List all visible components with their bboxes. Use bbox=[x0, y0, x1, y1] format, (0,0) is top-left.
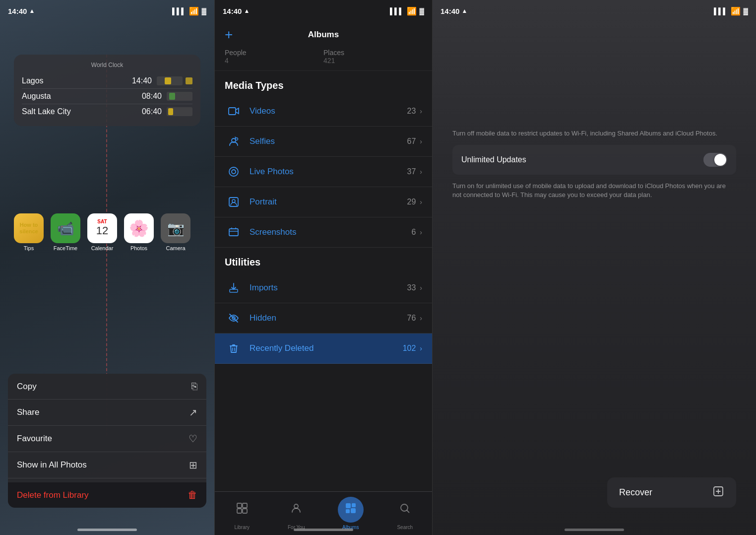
album-item-portrait[interactable]: Portrait 29 › bbox=[215, 187, 432, 217]
signal-icon: ▌▌▌ bbox=[172, 7, 186, 15]
people-row: People 4 Places 421 bbox=[215, 45, 432, 71]
city-lagos: Lagos bbox=[22, 76, 132, 85]
app-tips[interactable]: How tosilence Tips bbox=[14, 213, 44, 251]
svg-rect-15 bbox=[346, 503, 351, 508]
album-item-videos[interactable]: Videos 23 › bbox=[215, 96, 432, 127]
tab-library-wrap bbox=[229, 497, 255, 523]
facetime-icon: 📹 bbox=[51, 213, 80, 243]
app-photos[interactable]: 🌸 Photos bbox=[124, 213, 154, 251]
svg-rect-18 bbox=[351, 508, 356, 513]
tab-search-wrap bbox=[392, 497, 418, 523]
bar-fill-augusta bbox=[169, 93, 175, 100]
tab-library[interactable]: Library bbox=[215, 497, 269, 530]
location-icon-right: ▲ bbox=[461, 7, 467, 14]
unlimited-toggle[interactable] bbox=[703, 153, 727, 167]
menu-item-copy[interactable]: Copy ⎘ bbox=[8, 374, 206, 400]
svg-point-14 bbox=[294, 504, 298, 508]
settings-desc-1: Turn off mobile data to restrict updates… bbox=[452, 129, 736, 138]
settings-desc-2: Turn on for unlimited use of mobile data… bbox=[452, 182, 736, 200]
share-label: Share bbox=[17, 407, 189, 417]
battery-icon-r: ▓ bbox=[744, 7, 748, 15]
app-camera[interactable]: 📷 Camera bbox=[161, 213, 190, 251]
screenshots-icon bbox=[225, 223, 243, 241]
svg-rect-0 bbox=[229, 108, 236, 115]
svg-rect-13 bbox=[243, 509, 247, 513]
recover-icon bbox=[712, 485, 724, 500]
portrait-icon bbox=[225, 193, 243, 211]
unlimited-updates-row[interactable]: Unlimited Updates bbox=[452, 145, 736, 175]
svg-rect-11 bbox=[243, 503, 247, 508]
selfies-icon bbox=[225, 133, 243, 150]
context-menu: Copy ⎘ Share ↗ Favourite ♡ Show in All P… bbox=[8, 374, 206, 508]
trash-icon bbox=[225, 339, 243, 357]
time-lagos: 14:40 bbox=[132, 76, 152, 85]
utilities-heading: Utilities bbox=[215, 248, 432, 273]
time-left: 14:40 bbox=[8, 7, 27, 15]
svg-rect-17 bbox=[346, 509, 350, 513]
photos-icon: 🌸 bbox=[124, 213, 154, 243]
menu-item-show[interactable]: Show in All Photos ⊞ bbox=[8, 452, 206, 478]
panel-left: 14:40 ▲ ▌▌▌ 📶 ▓ World Clock Lagos 14:40 … bbox=[0, 0, 214, 535]
menu-item-favourite[interactable]: Favourite ♡ bbox=[8, 426, 206, 452]
tab-search[interactable]: Search bbox=[378, 497, 433, 530]
share-icon: ↗ bbox=[189, 406, 197, 418]
city-slc: Salt Lake City bbox=[22, 107, 142, 116]
status-icons-center: ▌▌▌ 📶 ▓ bbox=[390, 6, 424, 16]
time-right: 14:40 bbox=[441, 7, 459, 15]
home-indicator-left bbox=[77, 529, 137, 531]
portrait-count: 29 bbox=[407, 198, 416, 206]
app-facetime[interactable]: 📹 FaceTime bbox=[51, 213, 80, 251]
tab-for-you[interactable]: For You bbox=[269, 497, 324, 530]
album-item-hidden[interactable]: Hidden 76 › bbox=[215, 303, 432, 334]
svg-point-3 bbox=[229, 167, 238, 176]
recover-button[interactable]: Recover bbox=[607, 477, 736, 508]
live-count: 37 bbox=[407, 167, 416, 176]
camera-label: Camera bbox=[166, 245, 185, 251]
show-label: Show in All Photos bbox=[17, 460, 189, 470]
clock-row-slc: Salt Lake City 06:40 bbox=[22, 104, 192, 119]
clock-row-lagos: Lagos 14:40 bbox=[22, 73, 192, 89]
photos-label: Photos bbox=[130, 245, 147, 251]
album-item-screenshots[interactable]: Screenshots 6 › bbox=[215, 217, 432, 248]
albums-icon bbox=[344, 502, 357, 518]
clock-bar-augusta bbox=[167, 92, 192, 101]
time-slc: 06:40 bbox=[142, 107, 162, 116]
album-item-live[interactable]: Live Photos 37 › bbox=[215, 157, 432, 187]
album-item-imports[interactable]: Imports 33 › bbox=[215, 273, 432, 303]
hidden-chevron: › bbox=[420, 314, 422, 322]
favourite-icon: ♡ bbox=[189, 433, 197, 445]
clock-bar-slc bbox=[167, 107, 192, 116]
app-calendar[interactable]: SAT 12 Calendar bbox=[87, 213, 117, 251]
clock-bar-lagos bbox=[157, 76, 183, 85]
places-col: Places 421 bbox=[323, 49, 422, 65]
hidden-count: 76 bbox=[407, 314, 416, 323]
add-album-button[interactable]: + bbox=[225, 28, 233, 42]
album-item-selfies[interactable]: Selfies 67 › bbox=[215, 127, 432, 157]
clock-row-augusta: Augusta 08:40 bbox=[22, 89, 192, 104]
media-types-heading: Media Types bbox=[215, 71, 432, 96]
places-count: 421 bbox=[323, 57, 422, 65]
tab-albums[interactable]: Albums bbox=[323, 497, 378, 530]
panel-center: 14:40 ▲ ▌▌▌ 📶 ▓ + Albums People 4 Places… bbox=[214, 0, 433, 535]
battery-icon: ▓ bbox=[202, 7, 206, 15]
recently-deleted-name: Recently Deleted bbox=[250, 343, 403, 353]
home-indicator-right bbox=[565, 529, 624, 531]
album-item-recently-deleted[interactable]: Recently Deleted 102 › bbox=[215, 334, 432, 364]
recover-label: Recover bbox=[619, 487, 705, 498]
menu-item-delete[interactable]: Delete from Library 🗑 bbox=[8, 482, 206, 508]
bg-right bbox=[433, 0, 756, 535]
tips-label: Tips bbox=[24, 245, 34, 251]
camera-icon: 📷 bbox=[161, 213, 190, 243]
screenshots-count: 6 bbox=[411, 228, 416, 237]
location-icon-center: ▲ bbox=[244, 7, 250, 14]
svg-rect-8 bbox=[230, 289, 238, 292]
videos-icon bbox=[225, 102, 243, 120]
tab-library-label: Library bbox=[234, 525, 250, 530]
portrait-name: Portrait bbox=[250, 197, 407, 207]
selfies-count: 67 bbox=[407, 137, 416, 146]
calendar-label: Calendar bbox=[91, 245, 114, 251]
people-count: 4 bbox=[225, 57, 323, 65]
facetime-label: FaceTime bbox=[54, 245, 78, 251]
menu-item-share[interactable]: Share ↗ bbox=[8, 400, 206, 426]
tips-icon: How tosilence bbox=[14, 213, 44, 243]
